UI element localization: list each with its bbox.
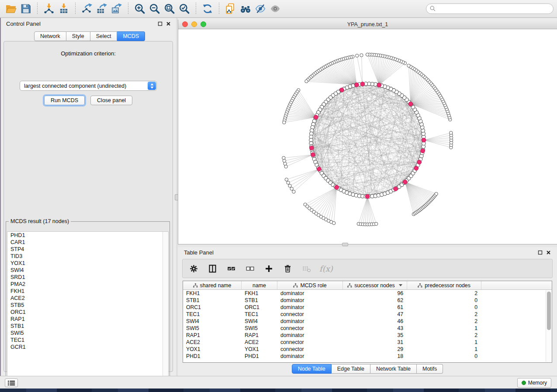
cell-predecessor-nodes: 1 bbox=[407, 325, 481, 332]
cell-successor-nodes: 29 bbox=[343, 346, 407, 353]
refresh-layout-button[interactable] bbox=[200, 2, 215, 15]
table-row[interactable]: YOX1YOX1connector291 bbox=[183, 346, 552, 353]
mcds-result-item[interactable]: FKH1 bbox=[7, 288, 168, 295]
delete-row-button[interactable] bbox=[282, 263, 293, 274]
mcds-result-box: MCDS result (17 nodes) PHD1CAR1STP4TID3Y… bbox=[6, 218, 170, 383]
close-panel-icon[interactable] bbox=[166, 21, 171, 26]
column-header-name[interactable]: name bbox=[242, 281, 277, 289]
table-row[interactable]: SWI5SWI5connector431 bbox=[183, 325, 552, 332]
window-close-icon[interactable] bbox=[182, 21, 188, 27]
mcds-result-item[interactable]: GCR1 bbox=[7, 344, 168, 351]
zoom-out-button[interactable] bbox=[147, 2, 162, 15]
cell-shared-name: YOX1 bbox=[183, 346, 242, 353]
cell-shared-name: ACE2 bbox=[183, 339, 242, 346]
horizontal-splitter-handle[interactable] bbox=[342, 243, 348, 246]
mcds-result-item[interactable]: RAP1 bbox=[7, 316, 168, 323]
close-table-icon[interactable] bbox=[546, 250, 551, 255]
network-from-selection-button[interactable] bbox=[223, 2, 238, 15]
export-image-button[interactable] bbox=[109, 2, 124, 15]
task-history-button[interactable] bbox=[5, 378, 18, 387]
criterion-select[interactable]: largest connected component (undirected) bbox=[20, 81, 157, 91]
tab-style[interactable]: Style bbox=[66, 31, 90, 41]
window-maximize-icon[interactable] bbox=[201, 21, 206, 27]
float-table-icon[interactable] bbox=[538, 250, 543, 255]
tab-network-table[interactable]: Network Table bbox=[370, 364, 417, 374]
open-file-button[interactable] bbox=[3, 2, 18, 15]
table-scrollbar-thumb[interactable] bbox=[547, 292, 551, 330]
cell-successor-nodes: 35 bbox=[343, 332, 407, 339]
network-canvas[interactable] bbox=[178, 29, 557, 244]
zoom-in-button[interactable] bbox=[132, 2, 147, 15]
mcds-result-title: MCDS result (17 nodes) bbox=[9, 218, 71, 224]
mcds-result-item[interactable]: CAR1 bbox=[7, 239, 168, 246]
tab-node-table[interactable]: Node Table bbox=[292, 364, 332, 374]
mcds-result-item[interactable]: PHD1 bbox=[7, 232, 168, 239]
mcds-result-item[interactable]: STP4 bbox=[7, 246, 168, 253]
search-input[interactable] bbox=[426, 3, 554, 14]
column-header-shared-name[interactable]: shared name bbox=[183, 281, 242, 289]
control-panel-tabs: NetworkStyleSelectMCDS bbox=[34, 31, 145, 41]
import-network-button[interactable] bbox=[42, 2, 56, 15]
table-row[interactable]: RAP1RAP1dominator352 bbox=[183, 332, 552, 339]
cell-MCDS-role: connector bbox=[277, 311, 343, 318]
save-session-button[interactable] bbox=[18, 2, 33, 15]
zoom-fit-button[interactable] bbox=[162, 2, 177, 15]
add-row-button[interactable] bbox=[263, 263, 274, 274]
cell-MCDS-role: dominator bbox=[277, 353, 343, 360]
cell-MCDS-role: dominator bbox=[277, 332, 343, 339]
table-row[interactable]: STB1STB1dominator620 bbox=[183, 297, 552, 304]
cell-successor-nodes: 61 bbox=[343, 304, 407, 311]
tab-network[interactable]: Network bbox=[34, 31, 66, 41]
table-row[interactable]: ACE2ACE2connector311 bbox=[183, 339, 552, 346]
mcds-result-item[interactable]: SWI4 bbox=[7, 267, 168, 274]
cell-successor-nodes: 46 bbox=[343, 318, 407, 325]
table-row[interactable]: ORC1ORC1dominator610 bbox=[183, 304, 552, 311]
close-panel-button[interactable]: Close panel bbox=[90, 96, 132, 105]
mcds-result-item[interactable]: TEC1 bbox=[7, 337, 168, 344]
cell-MCDS-role: dominator bbox=[277, 290, 343, 297]
hide-selected-button[interactable] bbox=[253, 2, 268, 15]
table-row[interactable]: PHD1PHD1dominator180 bbox=[183, 353, 552, 360]
mcds-result-item[interactable]: SWI5 bbox=[7, 330, 168, 337]
unselect-all-button[interactable] bbox=[244, 263, 256, 274]
tab-motifs[interactable]: Motifs bbox=[417, 364, 443, 374]
column-header-successor-nodes[interactable]: successor nodes bbox=[343, 281, 407, 289]
table-row[interactable]: SWI4SWI4dominator462 bbox=[183, 318, 552, 325]
tab-mcds[interactable]: MCDS bbox=[117, 31, 145, 41]
mcds-result-item[interactable]: STB5 bbox=[7, 302, 168, 309]
export-network-button[interactable] bbox=[80, 2, 94, 15]
main-toolbar bbox=[0, 0, 557, 18]
gear-button[interactable] bbox=[188, 263, 199, 274]
mcds-result-item[interactable]: YOX1 bbox=[7, 260, 168, 267]
tab-edge-table[interactable]: Edge Table bbox=[332, 364, 370, 374]
first-neighbors-button[interactable] bbox=[238, 2, 253, 15]
mcds-result-item[interactable]: ORC1 bbox=[7, 309, 168, 316]
network-window: YPA_prune.txt_1 bbox=[178, 20, 557, 244]
window-minimize-icon[interactable] bbox=[191, 21, 197, 27]
tab-select[interactable]: Select bbox=[90, 31, 118, 41]
mcds-result-item[interactable]: ACE2 bbox=[7, 295, 168, 302]
mcds-result-item[interactable]: SRD1 bbox=[7, 274, 168, 281]
table-row[interactable]: TEC1TEC1connector472 bbox=[183, 311, 552, 318]
column-header-MCDS-role[interactable]: MCDS role bbox=[277, 281, 343, 289]
export-table-button[interactable] bbox=[94, 2, 109, 15]
cell-MCDS-role: dominator bbox=[277, 297, 343, 304]
mcds-list-scrollbar[interactable] bbox=[163, 232, 168, 381]
run-mcds-button[interactable]: Run MCDS bbox=[44, 96, 85, 105]
table-scrollbar[interactable] bbox=[546, 290, 551, 362]
import-table-button[interactable] bbox=[56, 2, 71, 15]
mcds-result-item[interactable]: TID3 bbox=[7, 253, 168, 260]
mcds-result-item[interactable]: STB1 bbox=[7, 323, 168, 330]
zoom-selected-button[interactable] bbox=[177, 2, 192, 15]
cell-name: ORC1 bbox=[242, 304, 277, 311]
columns-button[interactable] bbox=[207, 263, 218, 274]
memory-button[interactable]: Memory bbox=[517, 378, 551, 388]
table-row[interactable]: FKH1FKH1dominator962 bbox=[183, 290, 552, 297]
cell-MCDS-role: dominator bbox=[277, 318, 343, 325]
select-all-button[interactable] bbox=[225, 263, 237, 274]
float-panel-icon[interactable] bbox=[158, 21, 163, 26]
column-header-predecessor-nodes[interactable]: predecessor nodes bbox=[407, 281, 481, 289]
cell-name: STB1 bbox=[242, 297, 277, 304]
mcds-result-item[interactable]: PMA2 bbox=[7, 281, 168, 288]
node-table: shared namenameMCDS rolesuccessor nodesp… bbox=[183, 281, 552, 363]
